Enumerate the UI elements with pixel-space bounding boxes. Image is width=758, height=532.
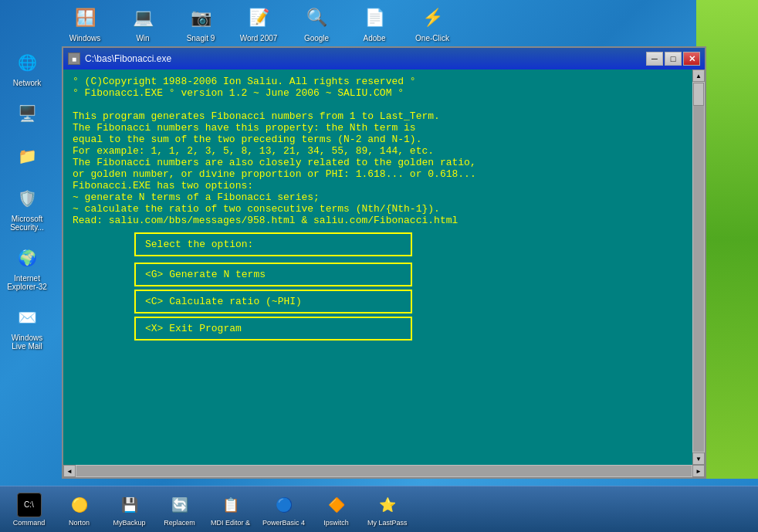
console-line-8: or golden number, or divine proportion o… bbox=[73, 168, 683, 180]
command-label: Command bbox=[13, 519, 46, 527]
console-line-4: The Fibonacci numbers have this property… bbox=[73, 122, 683, 134]
window-controls: ─ □ ✕ bbox=[646, 52, 700, 66]
scroll-track bbox=[693, 83, 704, 452]
mdieditor-label: MDI Editor & bbox=[211, 519, 250, 527]
ie-icon: 🌍 bbox=[13, 244, 41, 272]
ipswitch-label: Ipswitch bbox=[323, 519, 349, 527]
taskbar-top-icon-adobe[interactable]: 📄 Adobe bbox=[351, 4, 398, 42]
command-icon: C:\ bbox=[17, 493, 42, 517]
desktop-icon-ie[interactable]: 🌍 Internet Explorer-32 bbox=[2, 242, 52, 293]
console-line-7: The Fibonacci numbers are also closely r… bbox=[73, 157, 683, 168]
adobe-icon: 📄 bbox=[360, 4, 388, 32]
console-line-11: ~ calculate the ratio of two consecutive… bbox=[73, 203, 683, 215]
menu-title-box: Select the option: bbox=[134, 232, 412, 256]
taskbar-top-icon-google[interactable]: 🔍 Google bbox=[293, 4, 340, 42]
console-line-1: ° (C)Copyright 1988-2006 Ion Saliu. All … bbox=[73, 76, 683, 87]
ipswitch-icon: 🔶 bbox=[324, 493, 349, 517]
taskbar-top-icon-oneclick[interactable]: ⚡ One-Click bbox=[409, 4, 455, 42]
windows-icon: 🪟 bbox=[71, 4, 99, 32]
close-button[interactable]: ✕ bbox=[683, 52, 700, 66]
mybackup-label: MyBackup bbox=[113, 519, 145, 527]
oneclick-icon-label: One-Click bbox=[415, 34, 449, 42]
bottom-taskbar: C:\ Command 🟡 Norton 💾 MyBackup 🔄 Replac… bbox=[0, 486, 758, 532]
taskbar-icon-replacem[interactable]: 🔄 Replacem bbox=[158, 490, 201, 529]
taskbar-icon-powerbasic[interactable]: 🔵 PowerBasic 4 bbox=[260, 490, 307, 529]
windows-icon-label: Windows bbox=[69, 34, 101, 42]
computer-icon: 🖥️ bbox=[13, 100, 41, 127]
google-icon: 🔍 bbox=[303, 4, 330, 32]
desktop-icon-mail[interactable]: ✉️ Windows Live Mail bbox=[2, 301, 52, 353]
maximize-button[interactable]: □ bbox=[665, 52, 682, 66]
console-line-6: For example: 1, 1, 2, 3, 5, 8, 13, 21, 3… bbox=[73, 145, 683, 157]
powerbasic-label: PowerBasic 4 bbox=[262, 519, 305, 527]
console-line-5: equal to the sum of the two preceding te… bbox=[73, 134, 683, 145]
snagit-icon-label: Snagit 9 bbox=[187, 34, 215, 42]
desktop-icons-left: 🌐 Network 🖥️ 📁 🛡️ Microsoft Security... … bbox=[0, 0, 54, 463]
horizontal-scrollbar[interactable]: ◄ ► bbox=[63, 465, 705, 477]
console-body: ° (C)Copyright 1988-2006 Ion Saliu. All … bbox=[63, 69, 705, 465]
desktop-icon-computer[interactable]: 🖥️ bbox=[11, 97, 43, 132]
win-icon: 💻 bbox=[129, 4, 157, 32]
replacem-label: Replacem bbox=[164, 519, 195, 527]
taskbar-top-icon-win[interactable]: 💻 Win bbox=[120, 4, 166, 42]
security-icon: 🛡️ bbox=[13, 185, 41, 212]
ie-icon-label: Internet Explorer-32 bbox=[4, 274, 50, 291]
network-icon-label: Network bbox=[13, 79, 42, 87]
desktop-icon-network[interactable]: 🌐 Network bbox=[11, 46, 44, 90]
google-icon-label: Google bbox=[304, 34, 329, 42]
console-titlebar: ■ C:\bas\Fibonacci.exe ─ □ ✕ bbox=[63, 48, 705, 69]
scroll-up-button[interactable]: ▲ bbox=[692, 69, 705, 82]
lastpass-label: My LastPass bbox=[367, 519, 408, 527]
console-title-icon: ■ bbox=[68, 53, 80, 65]
desktop-icon-security[interactable]: 🛡️ Microsoft Security... bbox=[2, 182, 52, 234]
folder-icon: 📁 bbox=[13, 142, 41, 170]
norton-icon: 🟡 bbox=[67, 493, 92, 517]
taskbar-top-icon-word[interactable]: 📝 Word 2007 bbox=[235, 4, 282, 42]
menu-option-calculate[interactable]: <C> Calculate ratio (~PHI) bbox=[134, 290, 412, 313]
console-line-2: ° Fibonacci.EXE ° version 1.2 ~ June 200… bbox=[73, 87, 683, 99]
menu-option-generate[interactable]: <G> Generate N terms bbox=[134, 263, 412, 286]
console-line-10: ~ generate N terms of a Fibonacci series… bbox=[73, 191, 683, 203]
network-icon: 🌐 bbox=[13, 49, 41, 76]
mail-icon: ✉️ bbox=[13, 303, 41, 331]
menu-title-text: Select the option: bbox=[145, 239, 253, 250]
scroll-thumb[interactable] bbox=[693, 83, 704, 106]
taskbar-top-icon-windows[interactable]: 🪟 Windows bbox=[62, 4, 108, 42]
taskbar-top-icon-snagit[interactable]: 📷 Snagit 9 bbox=[178, 4, 224, 42]
oneclick-icon: ⚡ bbox=[418, 4, 446, 32]
win-icon-label: Win bbox=[136, 34, 149, 42]
snagit-icon: 📷 bbox=[187, 4, 215, 32]
lastpass-icon: ⭐ bbox=[375, 493, 400, 517]
taskbar-icon-mybackup[interactable]: 💾 MyBackup bbox=[108, 490, 151, 529]
taskbar-icon-ipswitch[interactable]: 🔶 Ipswitch bbox=[315, 490, 357, 529]
taskbar-icon-norton[interactable]: 🟡 Norton bbox=[58, 490, 100, 529]
h-scroll-track bbox=[76, 466, 692, 476]
console-window: ■ C:\bas\Fibonacci.exe ─ □ ✕ ° (C)Copyri… bbox=[62, 46, 706, 479]
desktop-icon-folder[interactable]: 📁 bbox=[11, 140, 43, 175]
scroll-left-button[interactable]: ◄ bbox=[63, 465, 76, 477]
taskbar-icon-lastpass[interactable]: ⭐ My LastPass bbox=[365, 490, 410, 529]
mdieditor-icon: 📋 bbox=[218, 493, 243, 517]
security-icon-label: Microsoft Security... bbox=[4, 215, 50, 232]
mail-icon-label: Windows Live Mail bbox=[4, 334, 50, 351]
word-icon: 📝 bbox=[245, 4, 272, 32]
menu-option-exit[interactable]: <X> Exit Program bbox=[134, 317, 412, 341]
console-line-9: Fibonacci.EXE has two options: bbox=[73, 180, 683, 191]
console-line-12: Read: saliu.com/bbs/messages/958.html & … bbox=[73, 215, 683, 226]
word-icon-label: Word 2007 bbox=[240, 34, 278, 42]
console-title-text: C:\bas\Fibonacci.exe bbox=[85, 53, 641, 64]
console-line-3: This program generates Fibonacci numbers… bbox=[73, 110, 683, 122]
norton-label: Norton bbox=[69, 519, 90, 527]
replacem-icon: 🔄 bbox=[168, 493, 192, 517]
scroll-down-button[interactable]: ▼ bbox=[692, 452, 705, 465]
minimize-button[interactable]: ─ bbox=[646, 52, 663, 66]
powerbasic-icon: 🔵 bbox=[272, 493, 296, 517]
mybackup-icon: 💾 bbox=[117, 493, 142, 517]
taskbar-icon-command[interactable]: C:\ Command bbox=[8, 490, 50, 529]
adobe-icon-label: Adobe bbox=[364, 34, 386, 42]
taskbar-icon-mdieditor[interactable]: 📋 MDI Editor & bbox=[208, 490, 252, 529]
scroll-right-button[interactable]: ► bbox=[692, 465, 705, 477]
top-taskbar: 🪟 Windows 💻 Win 📷 Snagit 9 📝 Word 2007 🔍… bbox=[54, 0, 758, 46]
desktop: 🪟 Windows 💻 Win 📷 Snagit 9 📝 Word 2007 🔍… bbox=[0, 0, 758, 532]
vertical-scrollbar[interactable]: ▲ ▼ bbox=[692, 69, 705, 465]
